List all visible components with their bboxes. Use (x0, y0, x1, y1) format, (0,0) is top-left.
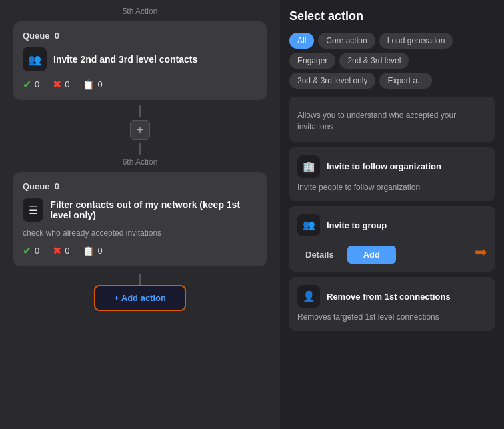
cross-value-2: 0 (65, 246, 69, 256)
add-action-wrapper: + Add action (94, 274, 186, 311)
invite-group-title: Invite to group (327, 220, 387, 230)
panel-title: Select action (289, 9, 495, 23)
tab-all[interactable]: All (289, 33, 314, 49)
queue-label-6: Queue (23, 181, 49, 191)
add-action-line (139, 274, 141, 285)
cross-icon-2: ✖ (53, 244, 61, 257)
tab-lead-generation[interactable]: Lead generation (379, 33, 453, 49)
stat-clock-1: 📋 0 (83, 79, 102, 90)
card2-stats: ✔ 0 ✖ 0 📋 0 (23, 244, 257, 257)
action-item-invite-org[interactable]: 🏢 Invite to follow organization Invite p… (289, 147, 495, 201)
action-item-remove-connections[interactable]: 👤 Remove from 1st connections Removes ta… (289, 277, 495, 331)
queue-value-6: 0 (55, 181, 59, 191)
left-panel: 5th Action Queue 0 👥 Invite 2nd and 3rd … (0, 0, 280, 429)
action-item-invite-group[interactable]: 👥 Invite to group Details Add ➡ (289, 206, 495, 272)
card1-title: Invite 2nd and 3rd level contacts (53, 54, 197, 65)
queue-label-5: Queue (23, 31, 49, 41)
stat-check-2: ✔ 0 (23, 244, 39, 257)
tab-export[interactable]: Export a... (379, 73, 432, 89)
invite-org-icon: 🏢 (297, 155, 320, 178)
add-between-button[interactable]: + (130, 120, 150, 140)
invite-org-title: Invite to follow organization (327, 161, 441, 171)
invite-group-icon: 👥 (297, 214, 320, 236)
add-button[interactable]: Add (347, 246, 396, 264)
remove-connections-icon: 👤 (297, 285, 320, 308)
action-item-accepted-invitations[interactable]: Allows you to understand who accepted yo… (289, 97, 495, 142)
sixth-action-section: 6th Action Queue 0 ☰ Filter contacts out… (13, 157, 267, 269)
card2-subtitle: check who already accepted invitations (23, 228, 257, 238)
stat-clock-2: 📋 0 (83, 246, 102, 256)
invite-group-buttons: Details Add (297, 246, 396, 264)
check-icon-1: ✔ (23, 78, 31, 91)
card1-title-row: 👥 Invite 2nd and 3rd level contacts (23, 47, 257, 71)
stat-cross-2: ✖ 0 (53, 244, 69, 257)
invite-group-header: 👥 Invite to group (297, 214, 487, 236)
fifth-action-section: 5th Action Queue 0 👥 Invite 2nd and 3rd … (13, 7, 267, 103)
card2-title-row: ☰ Filter contacts out of my network (kee… (23, 198, 257, 222)
card1-icon: 👥 (23, 47, 47, 71)
action-items-list: Allows you to understand who accepted yo… (289, 97, 495, 420)
stat-cross-1: ✖ 0 (53, 78, 69, 91)
clock-value-1: 0 (97, 79, 102, 89)
remove-connections-title: Remove from 1st connections (327, 292, 451, 302)
remove-connections-header: 👤 Remove from 1st connections (297, 285, 487, 308)
card2-icon: ☰ (23, 198, 43, 222)
cross-value-1: 0 (65, 79, 69, 89)
queue-value-5: 0 (55, 31, 59, 41)
accepted-invitations-desc: Allows you to understand who accepted yo… (297, 105, 487, 134)
plus-icon: + (137, 123, 144, 137)
check-icon-2: ✔ (23, 244, 31, 257)
stat-check-1: ✔ 0 (23, 78, 39, 91)
tab-2nd-3rd[interactable]: 2nd & 3rd level (339, 53, 409, 69)
connector-line-2 (139, 143, 141, 155)
invite-group-actions-row: Details Add ➡ (297, 240, 487, 264)
fifth-action-label: 5th Action (123, 7, 158, 16)
tab-core-action[interactable]: Core action (318, 33, 375, 49)
right-panel: Select action All Core action Lead gener… (280, 0, 504, 429)
queue-row-6: Queue 0 (23, 181, 257, 191)
tab-2nd-3rd-only[interactable]: 2nd & 3rd level only (289, 73, 375, 89)
invite-org-header: 🏢 Invite to follow organization (297, 155, 487, 178)
sixth-action-card: Queue 0 ☰ Filter contacts out of my netw… (13, 172, 267, 266)
invite-org-desc: Invite people to follow organization (297, 182, 487, 193)
check-value-2: 0 (35, 246, 39, 256)
tab-engager[interactable]: Engager (289, 53, 335, 69)
remove-connections-desc: Removes targeted 1st level connections (297, 312, 487, 323)
filter-tabs: All Core action Lead generation Engager … (289, 33, 495, 89)
add-action-button[interactable]: + Add action (94, 285, 186, 311)
connector-line-1 (139, 105, 141, 117)
queue-row-5: Queue 0 (23, 31, 257, 41)
connector-1: + (130, 105, 150, 155)
clock-value-2: 0 (97, 246, 102, 256)
sixth-action-label: 6th Action (123, 157, 158, 167)
check-value-1: 0 (35, 79, 39, 89)
details-button[interactable]: Details (297, 246, 342, 264)
card1-stats: ✔ 0 ✖ 0 📋 0 (23, 78, 257, 91)
clock-icon-1: 📋 (83, 79, 94, 90)
arrow-indicator: ➡ (475, 244, 487, 261)
card2-title: Filter contacts out of my network (keep … (50, 199, 257, 220)
clock-icon-2: 📋 (83, 246, 94, 256)
fifth-action-card: Queue 0 👥 Invite 2nd and 3rd level conta… (13, 21, 267, 100)
cross-icon-1: ✖ (53, 78, 61, 91)
